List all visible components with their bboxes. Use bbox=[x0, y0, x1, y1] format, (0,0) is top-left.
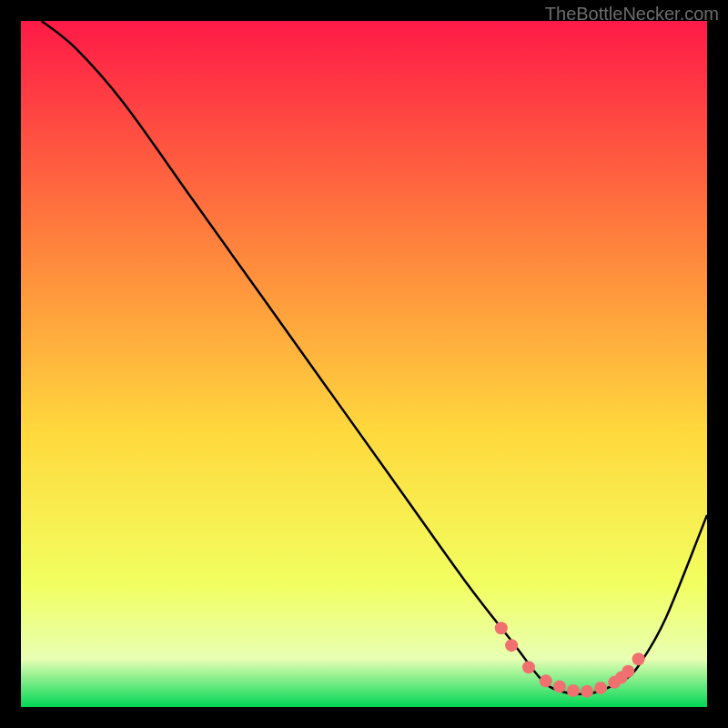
watermark-text: TheBottleNecker.com bbox=[545, 4, 719, 25]
plot-area bbox=[21, 21, 707, 707]
gradient-rect bbox=[21, 21, 707, 707]
chart-frame: TheBottleNecker.com bbox=[0, 0, 728, 728]
gradient-background bbox=[21, 21, 707, 707]
